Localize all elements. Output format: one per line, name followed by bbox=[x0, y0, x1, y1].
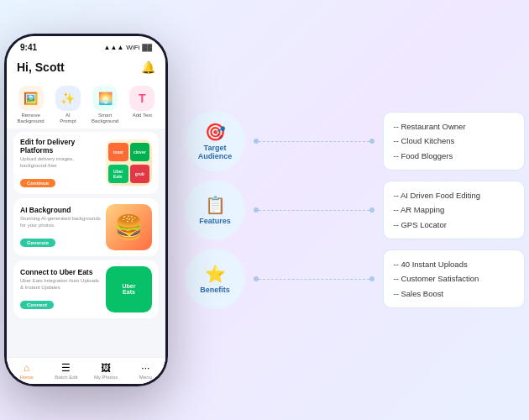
notification-icon[interactable]: 🔔 bbox=[141, 60, 155, 74]
status-time: 9:41 bbox=[20, 43, 37, 52]
batch-label: Batch Edit bbox=[55, 375, 77, 380]
clover-badge: clover bbox=[130, 143, 150, 161]
features-item-1: -- AI Driven Food Editing bbox=[394, 188, 515, 202]
nav-home[interactable]: ⌂ Home bbox=[7, 362, 46, 380]
ubereats-card-desc: Uber Eats Integration Auto Uploads & Ins… bbox=[20, 278, 101, 291]
action-remove-bg[interactable]: 🖼️ RemoveBackground bbox=[18, 86, 45, 123]
wifi-icon: WiFi bbox=[126, 44, 139, 51]
ai-background-card: AI Background Stunning AI-generated back… bbox=[13, 198, 159, 256]
batch-icon: ☰ bbox=[61, 362, 71, 374]
background-card-desc: Stunning AI-generated backgrounds for yo… bbox=[20, 216, 101, 229]
connector-dot-4 bbox=[369, 207, 374, 213]
uber-text: Uber bbox=[123, 283, 136, 290]
phone-mockup: 9:41 ▲▲▲ WiFi ▓▓ Hi, Scott 🔔 🖼️ Re bbox=[4, 34, 168, 386]
home-label: Home bbox=[20, 375, 34, 380]
battery-icon: ▓▓ bbox=[142, 44, 152, 51]
status-icons: ▲▲▲ WiFi ▓▓ bbox=[104, 44, 152, 51]
dashed-connector-1 bbox=[259, 141, 369, 142]
features-box: -- AI Driven Food Editing -- AR Mapping … bbox=[383, 181, 526, 239]
ubereats-card-title: Connect to Uber Eats bbox=[20, 268, 101, 276]
smart-bg-label: SmartBackground bbox=[92, 113, 118, 123]
action-add-text[interactable]: T Add Text bbox=[129, 86, 155, 123]
photos-label: My Photos bbox=[94, 375, 118, 380]
cards-area: Edit for Delivery Platforms Upload deliv… bbox=[7, 129, 165, 357]
ubereats-logo: Uber Eats bbox=[106, 266, 152, 312]
benefits-row: ⭐ Benefits -- 40 Instant Uploads -- Cust… bbox=[185, 249, 525, 309]
benefits-label: Benefits bbox=[200, 286, 230, 295]
ubereats-card-text: Connect to Uber Eats Uber Eats Integrati… bbox=[20, 268, 101, 310]
signal-icon: ▲▲▲ bbox=[104, 44, 124, 51]
menu-icon: ··· bbox=[141, 362, 149, 374]
add-text-label: Add Text bbox=[133, 113, 152, 118]
quick-actions-bar: 🖼️ RemoveBackground ✨ AIPrompt 🌅 SmartBa… bbox=[7, 81, 165, 129]
benefits-icon: ⭐ bbox=[205, 264, 226, 284]
delivery-card-text: Edit for Delivery Platforms Upload deliv… bbox=[20, 138, 101, 188]
dashed-connector-2 bbox=[259, 210, 369, 211]
connector-dot-6 bbox=[369, 276, 374, 281]
features-item-2: -- AR Mapping bbox=[394, 202, 515, 217]
target-audience-box: -- Restaurant Owner -- Cloud Kitchens --… bbox=[383, 112, 526, 170]
phone-header: Hi, Scott 🔔 bbox=[7, 55, 165, 81]
target-item-1: -- Restaurant Owner bbox=[394, 119, 515, 134]
uber-badge: UberEats bbox=[108, 165, 128, 183]
delivery-platforms-card: Edit for Delivery Platforms Upload deliv… bbox=[13, 132, 159, 194]
greeting-text: Hi, Scott bbox=[17, 60, 65, 74]
photos-icon: 🖼 bbox=[101, 362, 111, 374]
burger-image: 🍔 bbox=[106, 204, 152, 250]
delivery-card-desc: Upload delivery images, background-free bbox=[20, 156, 101, 170]
action-smart-bg[interactable]: 🌅 SmartBackground bbox=[92, 86, 118, 123]
home-icon: ⌂ bbox=[24, 362, 29, 374]
nav-batch-edit[interactable]: ☰ Batch Edit bbox=[46, 362, 86, 380]
status-bar: 9:41 ▲▲▲ WiFi ▓▓ bbox=[7, 36, 165, 55]
menu-label: Menu bbox=[139, 375, 152, 380]
background-card-title: AI Background bbox=[20, 206, 101, 214]
target-item-3: -- Food Bloggers bbox=[394, 149, 515, 163]
connect-button[interactable]: Connect bbox=[20, 301, 54, 309]
ubereats-card: Connect to Uber Eats Uber Eats Integrati… bbox=[13, 260, 159, 318]
dashed-connector-3 bbox=[259, 279, 369, 280]
features-icon: 📋 bbox=[205, 195, 226, 215]
bottom-navigation: ⌂ Home ☰ Batch Edit 🖼 My Photos ··· Menu bbox=[7, 357, 165, 384]
delivery-card-title: Edit for Delivery Platforms bbox=[20, 138, 101, 155]
features-item-3: -- GPS Locator bbox=[394, 218, 515, 232]
grubhub-badge: grub bbox=[130, 165, 150, 183]
benefits-item-3: -- Sales Boost bbox=[394, 286, 515, 301]
generate-button[interactable]: Generate bbox=[20, 239, 55, 247]
target-item-2: -- Cloud Kitchens bbox=[394, 134, 515, 148]
remove-bg-label: RemoveBackground bbox=[18, 113, 45, 123]
target-icon: 🎯 bbox=[205, 122, 226, 142]
benefits-box: -- 40 Instant Uploads -- Customer Satisf… bbox=[383, 249, 526, 307]
background-card-text: AI Background Stunning AI-generated back… bbox=[20, 206, 101, 248]
ai-prompt-icon: ✨ bbox=[55, 86, 81, 111]
remove-bg-icon: 🖼️ bbox=[18, 86, 44, 111]
benefits-circle: ⭐ Benefits bbox=[185, 249, 245, 309]
target-audience-row: 🎯 TargetAudience -- Restaurant Owner -- … bbox=[185, 111, 525, 171]
action-ai-prompt[interactable]: ✨ AIPrompt bbox=[55, 86, 81, 123]
connector-dot-2 bbox=[369, 139, 374, 144]
info-section: 🎯 TargetAudience -- Restaurant Owner -- … bbox=[185, 111, 525, 309]
ai-prompt-label: AIPrompt bbox=[60, 113, 76, 123]
features-circle: 📋 Features bbox=[185, 180, 245, 240]
phone-content: Hi, Scott 🔔 🖼️ RemoveBackground ✨ AIProm… bbox=[7, 55, 165, 384]
target-audience-circle: 🎯 TargetAudience bbox=[185, 111, 245, 171]
benefits-item-1: -- 40 Instant Uploads bbox=[394, 257, 515, 271]
continue-button[interactable]: Continue bbox=[20, 179, 55, 187]
features-row: 📋 Features -- AI Driven Food Editing -- … bbox=[185, 180, 525, 240]
features-label: Features bbox=[199, 218, 231, 226]
toast-badge: toast bbox=[108, 143, 128, 161]
main-container: 9:41 ▲▲▲ WiFi ▓▓ Hi, Scott 🔔 🖼️ Re bbox=[4, 34, 525, 386]
target-label: TargetAudience bbox=[198, 144, 233, 161]
benefits-item-2: -- Customer Satisfaction bbox=[394, 271, 515, 286]
smart-bg-icon: 🌅 bbox=[92, 86, 118, 111]
delivery-card-image: toast clover UberEats grub bbox=[106, 139, 152, 186]
nav-my-photos[interactable]: 🖼 My Photos bbox=[86, 362, 126, 380]
nav-menu[interactable]: ··· Menu bbox=[126, 362, 165, 380]
add-text-icon: T bbox=[129, 86, 155, 111]
eats-text: Eats bbox=[123, 289, 135, 296]
